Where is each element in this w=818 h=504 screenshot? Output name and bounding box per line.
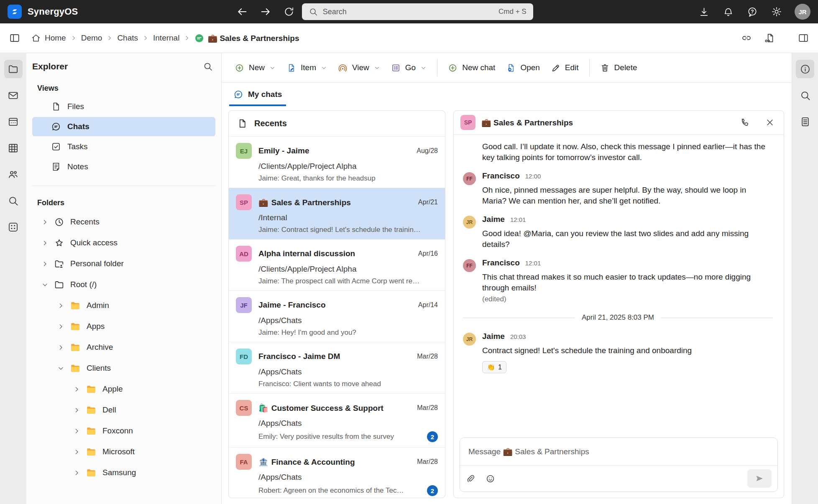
chat-list-item-alpha-internal[interactable]: AD Alpha internal discussion Apr/16 /Cli… [229,239,445,291]
chat-list-item-emily-jaime[interactable]: EJ Emily - Jaime Aug/28 /Clients/Apple/P… [229,137,445,188]
call-phone-icon[interactable] [739,117,749,127]
folder-row-root[interactable]: Root (/) [31,274,216,295]
breadcrumb-internal[interactable]: Internal [153,33,179,43]
chat-preview: Emily: Very positive results from the su… [258,433,423,441]
edit-button[interactable]: Edit [545,59,584,77]
notifications-icon[interactable] [722,5,734,18]
close-icon[interactable] [765,118,775,127]
right-panel-toggle-icon[interactable] [798,33,809,43]
chat-list-item-customer-success[interactable]: CS 🛍️Customer Success & Support Mar/28 /… [229,394,445,448]
folder-row-apps[interactable]: Apps [31,316,216,337]
copy-document-link-icon[interactable] [764,33,775,43]
breadcrumb-demo[interactable]: Demo [81,33,102,43]
folder-row-quick-access[interactable]: Quick access [31,232,216,253]
new-chat-button[interactable]: New chat [442,59,501,77]
document-outline-icon[interactable] [796,112,814,131]
download-icon[interactable] [698,5,710,18]
chevron-right-icon[interactable] [72,407,81,414]
rail-calendar-icon[interactable] [4,112,23,131]
folder-row-admin[interactable]: Admin [31,295,216,316]
chat-path: /Internal [258,213,438,222]
open-button[interactable]: Open [501,59,545,77]
message-input[interactable] [460,438,777,466]
sidebar-item-files[interactable]: Files [32,97,215,116]
forward-button[interactable] [259,5,272,18]
search-shortcut: Cmd + S [498,8,527,16]
folder-row-microsoft[interactable]: Microsoft [31,441,216,462]
rail-mail-icon[interactable] [4,86,23,104]
app-title: SynergyOS [28,6,78,17]
unread-badge: 2 [427,485,438,496]
folder-row-archive[interactable]: Archive [31,337,216,358]
explorer-search-icon[interactable] [203,61,213,71]
chevron-right-icon[interactable] [56,344,65,351]
rail-search-icon[interactable] [4,191,23,210]
chevron-right-icon [70,35,77,41]
chat-list-item-francisco-jaime-dm[interactable]: FD Francisco - Jaime DM Mar/28 /Apps/Cha… [229,342,445,394]
chevron-right-icon[interactable] [72,428,81,435]
refresh-button[interactable] [283,5,295,18]
chat-panel: SP 💼 Sales & Partnerships Good call. I’l… [453,110,784,498]
view-button[interactable]: View [332,59,386,77]
send-button[interactable] [747,469,772,488]
folder-row-personal[interactable]: Personal folder [31,253,216,274]
folder-row-clients[interactable]: Clients [31,358,216,379]
breadcrumb-home[interactable]: Home [31,33,66,43]
message-list: Good call. I’ll update it now. Also, che… [454,135,784,435]
reaction-chip[interactable]: 👏 1 [482,361,506,373]
chevron-right-icon[interactable] [72,386,81,393]
message-text: Contract signed! Let's schedule the trai… [482,345,767,356]
search-input[interactable] [323,8,498,16]
attach-paperclip-icon[interactable] [466,474,475,484]
panel-search-icon[interactable] [796,86,814,104]
emoji-smiley-icon[interactable] [486,474,495,484]
app-logo-icon[interactable] [8,5,22,19]
message-author: Jaime [482,215,505,224]
breadcrumb-bar: Home Demo Chats Internal 💼 Sales & Partn… [0,23,818,53]
chevron-right-icon[interactable] [56,302,65,309]
chat-title: 🏦Finance & Accounting [258,457,355,467]
chevron-right-icon[interactable] [41,219,49,226]
tab-my-chats[interactable]: My chats [229,85,286,106]
help-icon[interactable]: ? [746,5,759,18]
folder-row-dell[interactable]: Dell [31,400,216,420]
sidebar-item-tasks[interactable]: Tasks [32,137,215,156]
chevron-down-icon[interactable] [41,281,49,288]
chat-title: Emily - Jaime [258,146,309,155]
copy-link-icon[interactable] [741,33,752,43]
nav-controls [236,5,295,18]
chevron-right-icon[interactable] [41,239,49,247]
user-avatar[interactable]: JR [795,4,810,20]
folder-row-recents[interactable]: Recents [31,211,216,232]
folder-row-apple[interactable]: Apple [31,379,216,400]
left-panel-toggle-icon[interactable] [9,33,20,43]
chat-list-item-finance-accounting[interactable]: FA 🏦Finance & Accounting Mar/28 /Apps/Ch… [229,448,445,498]
chevron-right-icon[interactable] [72,469,81,476]
folder-row-foxconn[interactable]: Foxconn [31,420,216,441]
sidebar-item-chats[interactable]: Chats [32,117,215,136]
file-icon [51,102,61,112]
rail-people-icon[interactable] [4,165,23,183]
go-button[interactable]: Go [386,59,432,77]
message-author: Francisco [482,171,520,181]
rail-grid-icon[interactable] [4,139,23,157]
chevron-right-icon[interactable] [72,448,81,456]
new-button[interactable]: New [229,59,281,77]
delete-button[interactable]: Delete [595,59,643,77]
back-button[interactable] [236,5,248,18]
folder-row-samsung[interactable]: Samsung [31,462,216,483]
chevron-right-icon[interactable] [56,323,65,330]
chat-list-item-sales-partnerships[interactable]: SP 💼Sales & Partnerships Apr/21 /Interna… [229,188,445,239]
rail-apps-icon[interactable] [4,218,23,236]
info-icon[interactable] [796,60,814,78]
rail-files-icon[interactable] [4,60,23,78]
chat-list-item-jaime-francisco[interactable]: JF Jaime - Francisco Apr/14 /Apps/Chats … [229,291,445,342]
item-button[interactable]: Item [281,59,332,77]
breadcrumb-chats[interactable]: Chats [117,33,138,43]
chevron-down-icon[interactable] [56,365,65,372]
settings-gear-icon[interactable] [770,5,783,18]
chevron-right-icon[interactable] [41,260,49,267]
sidebar-item-notes[interactable]: Notes [32,157,215,176]
yellow-folder-icon [70,363,81,374]
global-search[interactable]: Cmd + S [302,3,533,20]
